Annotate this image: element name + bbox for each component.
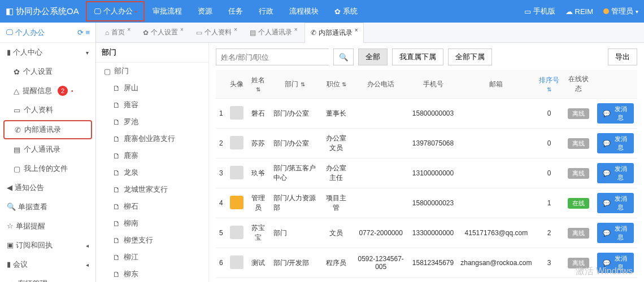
col-header[interactable]	[216, 70, 227, 99]
send-msg-button[interactable]: 💬发消息	[597, 103, 634, 124]
close-icon[interactable]: ×	[127, 27, 130, 33]
close-icon[interactable]: ×	[234, 27, 237, 33]
admin-menu[interactable]: 管理员▾	[603, 6, 638, 16]
watermark: 激活 Windows	[576, 266, 633, 277]
tree-node[interactable]: 🗋柳堡支行	[96, 232, 208, 249]
phone-icon: ✆	[15, 126, 21, 134]
send-msg-button[interactable]: 💬发消息	[597, 223, 634, 243]
filter-all[interactable]: 全部	[358, 49, 388, 65]
tree-node[interactable]: 🗋鹿寨	[96, 147, 208, 164]
sidebar-group[interactable]: ▮ 会议◂	[0, 255, 95, 274]
table-row[interactable]: 1磐石部门/办公室董事长158000000030离线💬发消息	[216, 99, 637, 129]
send-msg-button[interactable]: 💬发消息	[597, 193, 634, 213]
avatar	[230, 106, 243, 120]
search-input[interactable]	[216, 49, 329, 65]
tab[interactable]: ⌂首页×	[99, 23, 136, 43]
sidebar-item[interactable]: ▭个人资料	[0, 100, 95, 120]
sidebar-item[interactable]: ✆内部通讯录	[3, 120, 92, 139]
nav-item[interactable]: 行政	[251, 0, 281, 23]
tab[interactable]: ▤个人通讯录×	[244, 23, 303, 43]
menu-icon[interactable]: ≡	[85, 28, 90, 37]
col-header[interactable]	[594, 70, 637, 99]
nav-item[interactable]: 资源	[190, 0, 220, 23]
table-row[interactable]: 5苏宝宝部门文员0772-200000013300000000415171763…	[216, 218, 637, 248]
file-icon: 🗋	[113, 219, 120, 228]
col-header[interactable]: 部门 ⇅	[270, 70, 320, 99]
folder-icon: ▢	[14, 165, 20, 173]
tab[interactable]: ✆内部通讯录×	[304, 23, 364, 43]
id-icon: ▤	[250, 29, 256, 37]
gear-icon: ✿	[334, 7, 341, 16]
close-icon[interactable]: ×	[180, 27, 184, 33]
sidebar-group[interactable]: ☆ 单据提醒	[0, 217, 95, 236]
col-header[interactable]: 邮箱	[457, 70, 535, 99]
sidebar-group[interactable]: 🚗 车辆管理◂	[0, 274, 95, 282]
avatar	[230, 196, 243, 209]
data-table: 头像姓名 ⇅部门 ⇅职位 ⇅办公电话手机号邮箱排序号 ⇅在线状态 1磐石部门/办…	[216, 70, 637, 282]
sidebar-item[interactable]: ✿个人设置	[0, 62, 95, 81]
card-icon: ▭	[14, 106, 20, 114]
sidebar-group[interactable]: ◀ 通知公告	[0, 178, 95, 197]
sidebar-head: 🖵 个人办公 ⟳ ≡	[0, 23, 95, 43]
search-button[interactable]: 🔍	[333, 49, 354, 65]
table-row[interactable]: 7罗螺螺部门/办公室文员0772-20000001510000000012345…	[216, 278, 637, 283]
file-icon: 🗋	[113, 202, 120, 211]
tree-node[interactable]: 🗋雍容	[96, 96, 208, 113]
nav-item[interactable]: 审批流程	[145, 0, 190, 23]
sidebar-group[interactable]: ▮ 个人中心▾	[0, 43, 95, 62]
caret-icon: ◂	[86, 243, 89, 249]
col-header[interactable]: 在线状态	[563, 70, 594, 99]
tree-node[interactable]: 🗋柳江	[96, 249, 208, 266]
col-header[interactable]: 姓名 ⇅	[247, 70, 270, 99]
send-msg-button[interactable]: 💬发消息	[597, 163, 634, 183]
close-icon[interactable]: ×	[355, 27, 358, 33]
sidebar-item[interactable]: ▢我上传的文件	[0, 159, 95, 178]
col-header[interactable]: 排序号 ⇅	[535, 70, 563, 99]
tree-node[interactable]: 🗋龙城世家支行	[96, 181, 208, 198]
tree-node[interactable]: 🗋柳南	[96, 215, 208, 232]
tree-node[interactable]: 🗋屏山	[96, 80, 208, 96]
table-row[interactable]: 6测试部门/开发部程序员0592-1234567-00515812345679z…	[216, 248, 637, 278]
sidebar-item[interactable]: △提醒信息2•	[0, 81, 95, 100]
mobile-icon: ▭	[524, 7, 531, 16]
file-icon: 🗋	[113, 135, 120, 143]
sidebar-item[interactable]: ▤个人通讯录	[0, 140, 95, 159]
tree-node[interactable]: 🗋鹿寨创业路支行	[96, 130, 208, 147]
close-icon[interactable]: ×	[294, 27, 298, 33]
table-row[interactable]: 4管理员部门/人力资源部项目主管158000000231在线💬发消息	[216, 188, 637, 218]
sidebar-group[interactable]: ▣ 订阅和回执◂	[0, 236, 95, 255]
send-msg-button[interactable]: 💬发消息	[597, 133, 634, 153]
col-header[interactable]: 职位 ⇅	[320, 70, 353, 99]
tab[interactable]: ✿个人设置×	[137, 23, 189, 43]
sidebar-group[interactable]: 🔍 单据查看	[0, 197, 95, 217]
table-row[interactable]: 2苏苏部门/办公室办公室文员139780750680离线💬发消息	[216, 129, 637, 158]
filter-allsub[interactable]: 全部下属	[448, 49, 492, 65]
col-header[interactable]: 办公电话	[353, 70, 409, 99]
home-icon: ⌂	[105, 29, 109, 37]
tree-node[interactable]: 🗋柳东	[96, 266, 208, 282]
tree-node[interactable]: 🗋罗池	[96, 113, 208, 130]
reim-link[interactable]: ☁REIM	[565, 7, 594, 16]
tab[interactable]: ▭个人资料×	[190, 23, 243, 43]
tree-node[interactable]: 🗋柳石	[96, 198, 208, 215]
mobile-link[interactable]: ▭手机版	[524, 6, 555, 16]
nav-item[interactable]: 任务	[220, 0, 251, 23]
nav-item[interactable]: ✿系统	[327, 0, 365, 23]
nav-item[interactable]: 🖵个人办公•	[86, 1, 145, 21]
monitor-icon: 🖵	[6, 28, 15, 37]
topbar-right: ▭手机版 ☁REIM 管理员▾	[524, 6, 639, 16]
file-icon: 🗋	[113, 118, 120, 126]
col-header[interactable]: 手机号	[409, 70, 457, 99]
nav-item[interactable]: 流程模块	[281, 0, 327, 23]
col-header[interactable]: 头像	[227, 70, 247, 99]
app-icon: ◧	[6, 6, 14, 16]
tree-node[interactable]: 🗋龙泉	[96, 164, 208, 181]
sidebar: 🖵 个人办公 ⟳ ≡ ▮ 个人中心▾✿个人设置△提醒信息2•▭个人资料✆内部通讯…	[0, 23, 96, 282]
export-button[interactable]: 导出	[608, 49, 637, 65]
tree-root[interactable]: ▢部门	[96, 63, 208, 80]
table-row[interactable]: 3玖爷部门/第五客户中心办公室主任131000000000离线💬发消息	[216, 158, 637, 188]
status-badge: 离线	[568, 168, 589, 179]
filter-mine[interactable]: 我直属下属	[392, 49, 443, 65]
refresh-icon[interactable]: ⟳	[77, 28, 84, 37]
bell-icon: △	[14, 87, 19, 95]
